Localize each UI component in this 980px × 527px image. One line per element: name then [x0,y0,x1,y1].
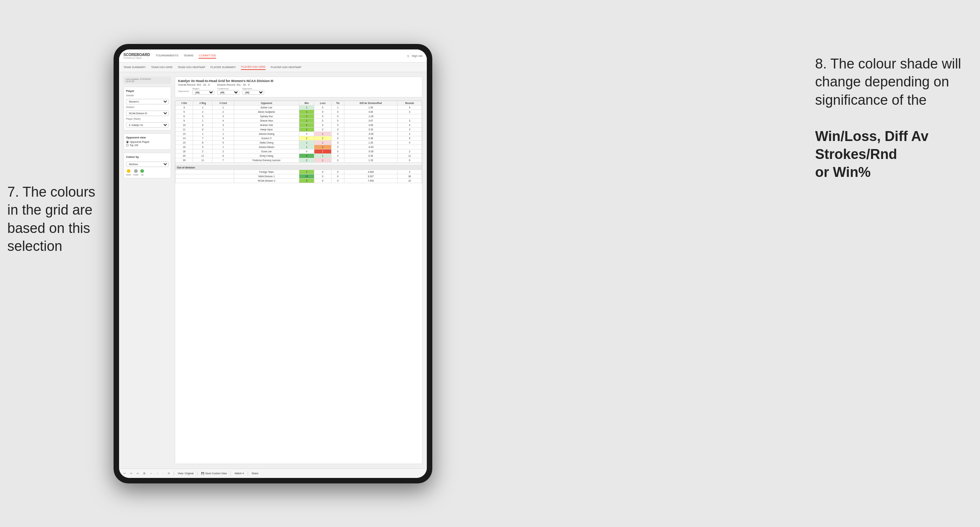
divider3 [231,471,231,476]
col-tie: Tie [332,101,344,105]
swap-btn[interactable]: ↔ [148,471,154,475]
radio-top100-dot [126,144,129,146]
tilde-btn[interactable]: ~ [155,471,160,475]
left-panel: Last Updated: 27/03/2024 16:55:38 Player… [124,76,171,464]
logo: SCOREBOARD Powered by clippd [124,53,150,59]
table-row: 1585 Stella Cheng 1 1 0 1.25 4 [175,141,422,145]
view-original-btn[interactable]: View: Original [176,471,195,475]
division-label: Division [126,106,169,108]
sign-out-link[interactable]: Sign out [412,54,422,58]
overall-record: Overall Record: 353 - 34 - 6 [178,84,210,86]
player-rank-select[interactable]: 8. Katelyn Vo [126,122,169,128]
logo-text: SCOREBOARD [124,53,150,57]
gender-select[interactable]: Women's [126,99,169,105]
legend: Down Level Up [126,169,169,176]
nav-teams[interactable]: TEAMS [183,53,194,59]
legend-up: Up [140,169,144,176]
grid-records: Overall Record: 353 - 34 - 6 Division Re… [178,84,419,86]
save-custom-btn[interactable]: 💾 Save Custom View [200,471,228,476]
radio-top100-label: Top 100 [130,144,138,146]
table-row: 311 Esther Lee 1 0 1 1.50 4 [175,105,422,110]
data-table-container: # Div # Reg # Conf Opponent Win Loss Tie… [175,100,422,464]
table-row: 1631 Jessica Mason 1 2 0 -0.94 [175,145,422,149]
radio-opponents-played-label: Opponents Played [130,141,149,143]
main-content: Last Updated: 27/03/2024 16:55:38 Player… [119,72,427,468]
annotation-left: 7. The colours in the grid are based on … [7,183,110,256]
grid-title: Katelyn Vo Head-to-Head Grid for Women's… [178,79,419,83]
nav-tournaments[interactable]: TOURNAMENTS [156,53,178,59]
col-opponent: Opponent [234,101,299,105]
sub-nav-team-h2h-grid[interactable]: TEAM H2H GRID [151,65,173,70]
player-rank-label: Player (Rank) [126,117,169,120]
share-btn[interactable]: Share [250,471,260,475]
powered-by: Powered by clippd [124,57,150,59]
radio-top100[interactable]: Top 100 [126,144,169,146]
divider1 [173,471,174,476]
opponent-view-title: Opponent view [126,136,169,139]
sub-nav-team-summary[interactable]: TEAM SUMMARY [124,65,146,70]
col-win: Win [299,101,314,105]
player-title: Player [126,89,169,93]
sub-nav-player-h2h-grid[interactable]: PLAYER H2H GRID [241,65,266,70]
col-reg: # Reg [193,101,213,105]
out-of-division-header: Out of division [175,165,422,170]
table-row: 522 Alexis Sudjianto 1 0 0 4.00 3 [175,110,422,114]
save-icon: 💾 [201,472,204,475]
grid-btn[interactable]: ⊞ [142,471,147,476]
table-row: 1474 Eunice Yi 2 2 0 0.38 9 [175,136,422,141]
opponent-filter: Opponent (All) [242,87,264,95]
divider4 [248,471,248,476]
table-row: 1822 Euna Lee 0 1 0 -5.00 2 [175,149,422,154]
top-right: ›| Sign out [407,54,422,58]
annotation-left-text: 7. The colours in the grid are based on … [7,184,95,254]
opponent-select[interactable]: (All) [242,90,264,95]
grid-header: Katelyn Vo Head-to-Head Grid for Women's… [175,76,422,97]
gender-label: Gender [126,94,169,97]
conference-label: Conference [217,87,239,90]
col-loss: Loss [314,101,332,105]
sub-nav-player-summary[interactable]: PLAYER SUMMARY [211,65,236,70]
annotation-right-bold1: Win/Loss, Diff Av Strokes/Rnd [815,129,928,162]
col-diff: Diff Av Strokes/Rnd [344,101,398,105]
colour-by-select[interactable]: Win/loss [126,162,169,167]
region-select[interactable]: (All) [192,90,214,95]
opponent-label: Opponent [242,87,264,90]
tablet-frame: SCOREBOARD Powered by clippd TOURNAMENTS… [114,44,432,483]
legend-level-label: Level [134,174,138,176]
table-row: 20117 Federica Domecq Lacroze 2 1 0 1.33… [175,158,422,163]
col-conf: # Conf [213,101,234,105]
refresh-btn[interactable]: ⟳ [166,471,172,476]
table-row: 1311 Jessica Huang 0 1 0 -3.00 2 [175,132,422,136]
divider2 [197,471,197,476]
radio-opponents-played[interactable]: Opponents Played [126,141,169,143]
table-row: 914 Sharon Mun 1 0 0 3.67 3 [175,119,422,123]
division-select[interactable]: NCAA Division III [126,111,169,116]
conference-select[interactable]: (All) [217,90,239,95]
legend-up-circle [140,169,144,173]
region-filter: Region (All) [192,87,214,95]
sub-nav-player-h2h-heatmap[interactable]: PLAYER H2H HEATMAP [271,65,302,70]
redo-btn[interactable]: ↪ [129,471,134,476]
dot-btn[interactable]: · [161,471,165,475]
legend-down-label: Down [126,174,131,176]
undo-btn[interactable]: ↩ [122,471,127,476]
filters-row: Opponents: Region (All) Conference (All) [178,87,419,95]
opponents-label: Opponents: [178,90,189,92]
annotation-right: 8. The colour shade will change dependin… [815,55,969,182]
last-updated: Last Updated: 27/03/2024 16:55:38 [124,76,171,84]
nav-committee[interactable]: COMMITTEE [199,53,216,59]
watch-btn[interactable]: Watch ▾ [233,471,245,476]
table-row: NAIA Division 1 15 0 0 9.267 30 [175,174,422,179]
conference-filter: Conference (All) [217,87,239,95]
colour-section: Colour by Win/loss Down Level [124,153,171,178]
table-row: Foreign Team 1 0 0 4.500 2 [175,170,422,174]
sub-nav-team-h2h-heatmap[interactable]: TEAM H2H HEATMAP [178,65,205,70]
top-nav: SCOREBOARD Powered by clippd TOURNAMENTS… [119,49,427,63]
legend-down-circle [127,169,130,173]
sign-out-icon: ›| [407,54,409,57]
table-row: 20116 Emily Chang 4 1 0 0.30 11 [175,154,422,158]
table-row: 633 Sydney Kuo 1 0 0 -1.00 [175,114,422,119]
col-div: # Div [175,101,193,105]
annotation-right-text1: 8. The colour shade will change dependin… [815,56,961,108]
back-btn[interactable]: ↩ [135,471,140,476]
